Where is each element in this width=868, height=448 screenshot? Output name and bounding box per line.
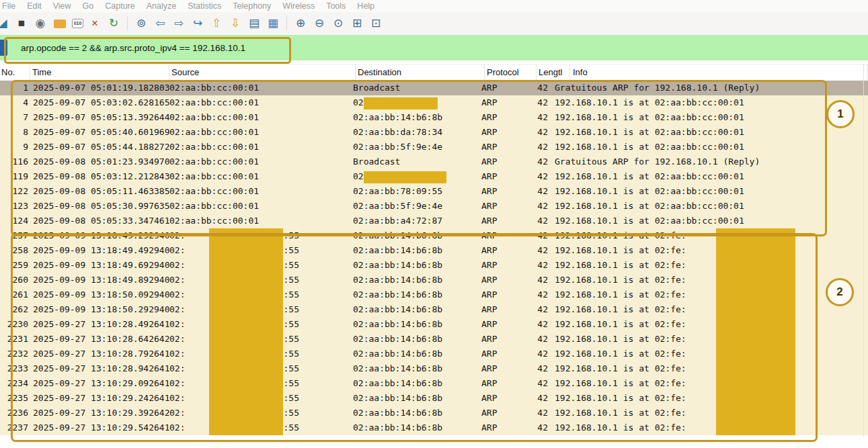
go-back-icon[interactable]: ⇦: [153, 15, 167, 32]
packet-row-7[interactable]: 72025-09-07 05:05:13.39264402:aa:bb:cc:0…: [0, 110, 868, 125]
menu-capture[interactable]: Capture: [105, 1, 134, 11]
column-header-protocol[interactable]: Protocol: [485, 64, 537, 81]
cell-info: 192.168.10.1 is at 02:aa:bb:cc:00:01: [551, 169, 868, 184]
menu-wireless[interactable]: Wireless: [282, 1, 315, 11]
packet-row-2237[interactable]: 22372025-09-27 13:10:29.54264102::5502:a…: [0, 420, 868, 435]
packet-row-119[interactable]: 1192025-09-08 05:03:12.21284302:aa:bb:cc…: [0, 169, 868, 184]
menu-file[interactable]: File: [2, 1, 15, 11]
menu-telephony[interactable]: Telephony: [233, 1, 271, 11]
zoom-reset-icon[interactable]: ⊙: [331, 15, 346, 32]
menu-go[interactable]: Go: [83, 1, 94, 11]
packet-row-123[interactable]: 1232025-09-08 05:05:30.99763502:aa:bb:cc…: [0, 199, 868, 214]
zoom-out-icon[interactable]: ⊖: [312, 15, 327, 32]
cell-source: 02::55: [169, 347, 353, 361]
packet-row-2235[interactable]: 22352025-09-27 13:10:29.24264102::5502:a…: [0, 391, 868, 406]
packet-row-262[interactable]: 2622025-09-09 13:18:50.29294002::5502:aa…: [0, 302, 868, 317]
close-capture-file-icon[interactable]: ×: [87, 15, 102, 32]
packet-row-260[interactable]: 2602025-09-09 13:18:49.89294002::5502:aa…: [0, 273, 868, 287]
cell-info: 192.168.10.1 is at 02:fe:: [551, 391, 868, 406]
cell-destination: 02:aa:bb:14:b6:8b: [353, 258, 479, 273]
cell-protocol: ARP: [479, 214, 530, 228]
packet-row-258[interactable]: 2582025-09-09 13:18:49.49294002::5502:aa…: [0, 243, 868, 258]
menu-statistics[interactable]: Statistics: [188, 1, 221, 11]
auto-scroll-icon[interactable]: ▤: [247, 15, 262, 32]
fixed-columns-icon[interactable]: ⊡: [368, 15, 383, 32]
packet-row-124[interactable]: 1242025-09-08 05:05:33.34746102:aa:bb:cc…: [0, 214, 868, 228]
menu-edit[interactable]: Edit: [27, 1, 42, 11]
capture-stop-icon[interactable]: ■: [14, 15, 29, 32]
redaction-mask: [209, 302, 283, 317]
cell-length: 42: [530, 110, 551, 125]
cell-no: 258: [0, 243, 31, 258]
go-forward-icon[interactable]: ⇨: [171, 15, 186, 32]
capture-options-icon[interactable]: ◉: [33, 15, 48, 32]
packet-row-259[interactable]: 2592025-09-09 13:18:49.69294002::5502:aa…: [0, 258, 868, 273]
filter-bookmark-icon[interactable]: [0, 40, 7, 56]
go-to-packet-icon[interactable]: ↪: [190, 15, 205, 32]
cell-no: 2237: [0, 420, 31, 435]
packet-row-261[interactable]: 2612025-09-09 13:18:50.09294002::5502:aa…: [0, 287, 868, 302]
packet-row-9[interactable]: 92025-09-07 05:05:44.18827202:aa:bb:cc:0…: [0, 140, 868, 154]
cell-protocol: ARP: [479, 391, 530, 406]
resize-columns-icon[interactable]: ⊞: [350, 15, 364, 32]
cell-destination: 02:aa:bb:14:b6:8b: [353, 273, 479, 287]
colorize-packets-icon[interactable]: ▦: [266, 15, 280, 32]
column-header-no[interactable]: No.: [0, 64, 30, 81]
capture-start-icon[interactable]: ◢: [0, 15, 10, 32]
packet-row-2232[interactable]: 22322025-09-27 13:10:28.79264102::5502:a…: [0, 347, 868, 361]
redaction-mask: [716, 317, 795, 332]
cell-protocol: ARP: [479, 361, 530, 376]
column-header-time[interactable]: Time: [30, 64, 169, 81]
cell-info: 192.168.10.1 is at 02:fe:: [551, 228, 868, 243]
packet-row-2233[interactable]: 22332025-09-27 13:10:28.94264102::5502:a…: [0, 361, 868, 376]
cell-time: 2025-09-09 13:18:49.292940: [31, 228, 169, 243]
packet-row-257[interactable]: 2572025-09-09 13:18:49.29294002::5502:aa…: [0, 228, 868, 243]
display-filter-input[interactable]: arp.opcode == 2 && arp.src.proto_ipv4 ==…: [21, 43, 245, 53]
column-header-info[interactable]: Info: [570, 64, 868, 81]
cell-no: 2235: [0, 391, 31, 406]
packet-row-2236[interactable]: 22362025-09-27 13:10:29.39264202::5502:a…: [0, 406, 868, 420]
menu-tools[interactable]: Tools: [326, 1, 346, 11]
cell-source: 02::55: [169, 287, 353, 302]
cell-source: 02:aa:bb:cc:00:01: [169, 110, 353, 125]
go-last-packet-icon[interactable]: ⇩: [228, 15, 243, 32]
cell-info: 192.168.10.1 is at 02:fe:: [551, 273, 868, 287]
cell-info: 192.168.10.1 is at 02:fe:: [551, 332, 868, 347]
cell-destination: 02:aa:bb:da:78:34: [353, 125, 479, 140]
column-header-source[interactable]: Source: [169, 64, 356, 81]
wireshark-window: FileEditViewGoCaptureAnalyzeStatisticsTe…: [0, 0, 868, 448]
cell-source: 02:aa:bb:cc:00:01: [169, 169, 353, 184]
packet-row-2230[interactable]: 22302025-09-27 13:10:28.49264102::5502:a…: [0, 317, 868, 332]
packet-row-4[interactable]: 42025-09-07 05:03:02.62816502:aa:bb:cc:0…: [0, 95, 868, 110]
column-header-destination[interactable]: Destination: [356, 64, 485, 81]
redaction-mask: [209, 258, 283, 273]
packet-row-122[interactable]: 1222025-09-08 05:05:11.46338502:aa:bb:cc…: [0, 184, 868, 199]
column-header-lengtl[interactable]: Lengtl: [537, 64, 570, 81]
cell-info: 192.168.10.1 is at 02:fe:: [551, 317, 868, 332]
go-first-packet-icon[interactable]: ⇧: [209, 15, 224, 32]
cell-length: 42: [530, 376, 551, 391]
redaction-mask: [716, 228, 795, 243]
cell-protocol: ARP: [479, 95, 530, 110]
cell-no: 261: [0, 287, 31, 302]
cell-time: 2025-09-27 13:10:28.792641: [31, 347, 169, 361]
column-header-row: No.TimeSourceDestinationProtocolLengtlIn…: [0, 64, 868, 82]
menu-view[interactable]: View: [53, 1, 71, 11]
menu-help[interactable]: Help: [357, 1, 374, 11]
save-capture-file-icon[interactable]: 010: [72, 19, 83, 28]
packet-row-116[interactable]: 1162025-09-08 05:01:23.93497002:aa:bb:cc…: [0, 154, 868, 169]
find-packet-icon[interactable]: ⊚: [134, 15, 149, 32]
packet-row-1[interactable]: 12025-09-07 05:01:19.18280302:aa:bb:cc:0…: [0, 81, 868, 95]
cell-source: 02:aa:bb:cc:00:01: [169, 199, 353, 214]
cell-length: 42: [530, 199, 551, 214]
cell-length: 42: [530, 287, 551, 302]
cell-time: 2025-09-27 13:10:29.392642: [31, 406, 169, 420]
reload-file-icon[interactable]: ↻: [106, 15, 121, 32]
packet-row-2231[interactable]: 22312025-09-27 13:10:28.64264202::5502:a…: [0, 332, 868, 347]
packet-row-8[interactable]: 82025-09-07 05:05:40.60196902:aa:bb:cc:0…: [0, 125, 868, 140]
zoom-in-icon[interactable]: ⊕: [293, 15, 308, 32]
cell-destination: 02:aa:bb:14:b6:8b: [353, 287, 479, 302]
menu-analyze[interactable]: Analyze: [147, 1, 176, 11]
open-capture-file-icon[interactable]: [54, 19, 66, 28]
packet-row-2234[interactable]: 22342025-09-27 13:10:29.09264102::5502:a…: [0, 376, 868, 391]
